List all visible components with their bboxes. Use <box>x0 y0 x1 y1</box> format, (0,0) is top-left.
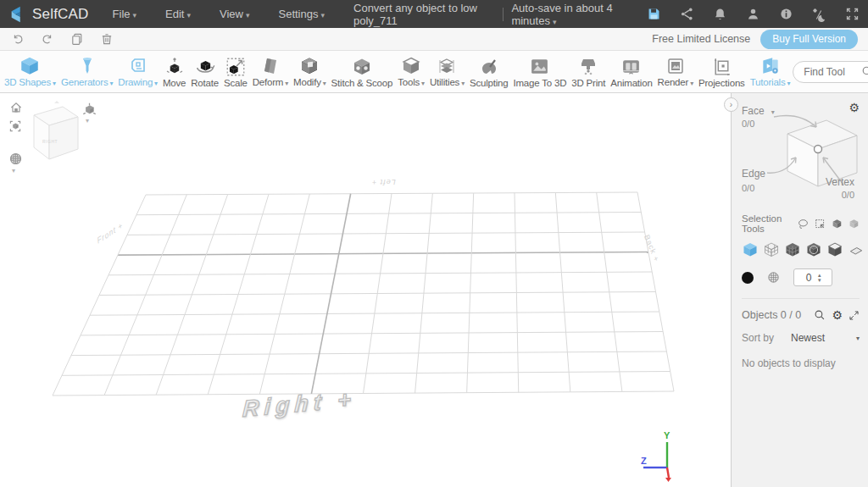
stitch-scoop-icon <box>352 55 372 78</box>
selection-mini-tools <box>798 219 860 230</box>
undo-icon[interactable] <box>10 32 25 47</box>
tool-move[interactable]: Move <box>160 51 188 92</box>
paint-select-cube-icon[interactable] <box>832 219 843 230</box>
tool-3d-print[interactable]: 3D Print <box>569 51 608 92</box>
face-count: 0/0 <box>742 119 754 129</box>
stepper-down-icon[interactable]: ▾ <box>818 278 821 283</box>
find-tool-search[interactable] <box>793 61 868 83</box>
tool-label: 3D Shapes▾ <box>4 77 56 89</box>
tutorials-play-icon <box>760 54 782 77</box>
marquee-select-icon[interactable] <box>815 219 826 230</box>
select-open-cube-mode-icon[interactable] <box>826 241 843 258</box>
theme-toggle-icon[interactable] <box>811 7 826 22</box>
tool-modify[interactable]: Modify▾ <box>291 51 329 92</box>
tool-generators[interactable]: Generators▾ <box>58 51 115 92</box>
tool-tools[interactable]: Tools▾ <box>395 51 427 92</box>
tool-projections[interactable]: Projections <box>696 51 748 92</box>
redo-icon[interactable] <box>40 32 54 47</box>
chevron-down-icon: ▾ <box>421 80 425 87</box>
info-icon[interactable] <box>778 7 793 22</box>
tool-drawing[interactable]: Drawing▾ <box>115 51 160 92</box>
soft-selection-stepper[interactable]: ▴▾ <box>793 268 832 286</box>
tool-animation[interactable]: Animation <box>608 51 654 92</box>
chevron-down-icon[interactable]: ▾ <box>12 167 15 174</box>
tool-label: Deform▾ <box>253 77 288 89</box>
select-sphere-mode-icon[interactable] <box>805 241 822 258</box>
menu-file[interactable]: File▾ <box>113 8 136 20</box>
chevron-down-icon: ▾ <box>553 18 557 26</box>
selection-tools-label: Selection Tools <box>742 213 798 234</box>
stepper-value-input[interactable] <box>799 272 818 284</box>
autosave-status[interactable]: Auto-save in about 4 minutes▾ <box>511 2 634 27</box>
notifications-icon[interactable] <box>712 7 727 22</box>
select-solid-mode-icon[interactable] <box>742 241 759 258</box>
chevron-down-icon: ▾ <box>787 80 791 87</box>
find-tool-input[interactable] <box>804 66 861 78</box>
axis-view-icon[interactable] <box>81 102 97 117</box>
tool-stitch-scoop[interactable]: Stitch & Scoop <box>329 51 396 92</box>
deform-icon <box>260 54 281 77</box>
selfcad-logo[interactable]: SelfCAD <box>8 5 89 24</box>
axis-x-line <box>667 468 669 478</box>
viewport-3d[interactable]: RIGHT ▾ ▾ Left + Front + Back + Right + … <box>0 93 731 487</box>
utilities-layers-icon <box>437 54 457 77</box>
edge-mode-label[interactable]: Edge <box>742 168 765 180</box>
menu-view[interactable]: View▾ <box>220 8 249 20</box>
buy-full-version-button[interactable]: Buy Full Version <box>760 30 858 49</box>
chevron-down-icon: ▾ <box>246 11 250 19</box>
tool-deform[interactable]: Deform▾ <box>250 51 291 92</box>
vertex-count: 0/0 <box>842 190 854 200</box>
workplane-grid <box>0 93 730 487</box>
sort-order-select[interactable]: Newest ▾ <box>791 332 860 344</box>
select-wireframe-mode-icon[interactable] <box>763 241 780 258</box>
tool-image-to-3d[interactable]: Image To 3D <box>511 51 570 92</box>
tool-rotate[interactable]: Rotate <box>188 51 221 92</box>
volume-select-cube-icon[interactable] <box>849 219 860 230</box>
soft-selection-sphere-icon[interactable] <box>767 271 780 284</box>
chevron-down-icon[interactable]: ▾ <box>86 117 89 125</box>
move-icon <box>164 55 185 78</box>
tool-scale[interactable]: Scale <box>221 51 250 92</box>
project-title[interactable]: Convert any object to low poly_711 <box>353 2 494 27</box>
expand-icon[interactable] <box>849 310 860 321</box>
search-icon[interactable] <box>814 309 826 321</box>
sculpting-brush-icon <box>479 55 499 78</box>
select-grid-mode-icon[interactable] <box>784 241 801 258</box>
delete-icon[interactable] <box>99 32 114 47</box>
render-icon <box>665 54 686 77</box>
navigation-cube[interactable]: RIGHT <box>22 100 83 169</box>
fullscreen-icon[interactable] <box>844 7 860 22</box>
menu-settings[interactable]: Settings▾ <box>279 8 326 20</box>
share-icon[interactable] <box>679 7 694 22</box>
chevron-down-icon: ▾ <box>109 80 113 87</box>
lasso-select-icon[interactable] <box>798 219 809 230</box>
brush-color-dot[interactable] <box>742 272 754 284</box>
sort-order-value: Newest <box>791 332 825 344</box>
license-status: Free Limited License <box>652 33 750 45</box>
tool-utilities[interactable]: Utilities▾ <box>427 51 467 92</box>
select-face-plane-mode-icon[interactable] <box>848 241 865 258</box>
vertex-mode-label[interactable]: Vertex <box>826 176 854 188</box>
tool-label: Stitch & Scoop <box>331 78 393 89</box>
sort-by-label: Sort by <box>742 332 791 344</box>
objects-empty-message: No objects to display <box>742 357 860 369</box>
focus-object-icon[interactable] <box>8 119 23 134</box>
tool-label: Tutorials▾ <box>750 77 791 89</box>
main-toolbar: 3D Shapes▾ Generators▾ Drawing▾ Move Rot… <box>0 51 868 93</box>
account-icon[interactable] <box>745 7 760 22</box>
chevron-down-icon: ▾ <box>690 80 693 87</box>
tool-label: Image To 3D <box>514 78 567 89</box>
main-area: RIGHT ▾ ▾ Left + Front + Back + Right + … <box>0 93 868 487</box>
gear-icon[interactable]: ⚙ <box>832 309 843 321</box>
tool-tutorials[interactable]: Tutorials▾ <box>748 51 793 92</box>
tool-sculpting[interactable]: Sculpting <box>467 51 511 92</box>
panel-collapse-button[interactable]: › <box>724 97 738 112</box>
save-icon[interactable] <box>646 7 661 22</box>
tool-3d-shapes[interactable]: 3D Shapes▾ <box>2 51 58 92</box>
tool-render[interactable]: Render▾ <box>655 51 696 92</box>
chevron-right-icon: › <box>730 100 732 109</box>
tools-icon <box>401 54 421 77</box>
workplane-globe-icon[interactable] <box>8 151 23 166</box>
copy-icon[interactable] <box>70 32 84 47</box>
menu-edit[interactable]: Edit▾ <box>165 8 191 20</box>
